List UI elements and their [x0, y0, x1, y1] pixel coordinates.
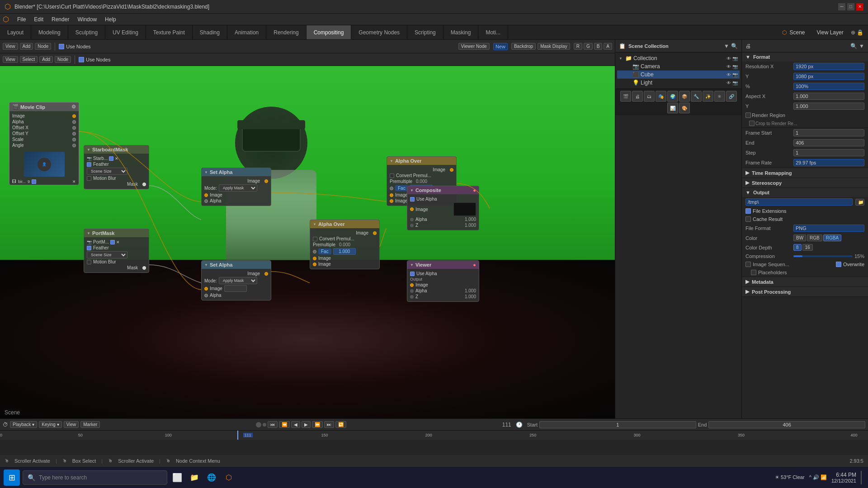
add-button[interactable]: Add — [20, 43, 33, 50]
movie-clip-node[interactable]: 🎬 Movie Clip ⚙ Image Alpha Offset X Offs… — [9, 102, 79, 185]
output-path-browse[interactable]: 📁 — [855, 199, 864, 206]
props-render-icon[interactable]: 🎬 — [620, 91, 631, 102]
cube-render-icon[interactable]: 📷 — [732, 72, 738, 77]
post-processing-header[interactable]: ▶ Post Processing — [742, 287, 868, 296]
image-seq-cb[interactable] — [745, 262, 751, 267]
menu-help[interactable]: Help — [101, 15, 120, 23]
blender-taskbar-icon[interactable]: ⬡ — [222, 470, 236, 485]
sb-scene-size-select[interactable]: Scene Size — [87, 168, 127, 175]
minimize-button[interactable]: ─ — [838, 3, 845, 10]
close-button[interactable]: ✕ — [856, 3, 863, 10]
file-explorer-icon[interactable]: 📁 — [187, 470, 202, 485]
aspect-x-value[interactable]: 1.000 — [793, 93, 864, 100]
pm-feather-cb[interactable] — [87, 246, 91, 250]
ao1-convert-cb[interactable] — [390, 174, 394, 178]
menu-window[interactable]: Window — [74, 15, 100, 23]
play-reverse-btn[interactable]: ◀ — [291, 421, 300, 428]
ao2-convert-cb[interactable] — [313, 237, 317, 241]
tab-masking[interactable]: Masking — [443, 25, 479, 39]
frame-start-value[interactable]: 1 — [793, 129, 864, 136]
keying-menu[interactable]: Keying ▾ — [39, 421, 61, 428]
search-bar[interactable]: 🔍 Type here to search — [23, 470, 167, 485]
playback-menu[interactable]: Playback ▾ — [10, 421, 37, 428]
render-region-cb[interactable] — [745, 113, 751, 118]
mask-display-button[interactable]: Mask Display — [538, 43, 570, 50]
view-button[interactable]: View — [3, 43, 18, 50]
mc-checkbox[interactable] — [32, 179, 36, 184]
props-particles-icon[interactable]: ✨ — [703, 91, 713, 102]
tab-texture-paint[interactable]: Texture Paint — [146, 25, 193, 39]
jump-end-btn[interactable]: ⏭ — [324, 421, 334, 428]
metadata-header[interactable]: ▶ Metadata — [742, 277, 868, 286]
tab-geometry-nodes[interactable]: Geometry Nodes — [351, 25, 407, 39]
props-material-icon[interactable]: 🎨 — [679, 103, 690, 113]
pm-enable-checkbox[interactable] — [110, 240, 115, 244]
view-alpha[interactable]: A — [604, 43, 612, 50]
aspect-y-value[interactable]: 1.000 — [793, 103, 864, 110]
backdrop-button[interactable]: Backdrop — [511, 43, 536, 50]
color-depth-8-btn[interactable]: 8 — [793, 244, 802, 251]
tab-modeling[interactable]: Modeling — [31, 25, 68, 39]
props-data-icon[interactable]: 📊 — [667, 103, 678, 113]
mc-close-icon[interactable]: ✕ — [72, 179, 76, 184]
res-x-value[interactable]: 1920 px — [793, 63, 864, 70]
time-remapping-header[interactable]: ▶ Time Remapping — [742, 168, 868, 178]
jump-start-btn[interactable]: ⏮ — [268, 421, 278, 428]
props-object-icon[interactable]: 📦 — [679, 91, 690, 102]
tree-cube[interactable]: ⬛ Cube 👁 📷 — [617, 70, 740, 79]
jump-fwd-btn[interactable]: ⏩ — [312, 421, 323, 428]
outliner-filter-icon[interactable]: ▼ — [724, 43, 729, 49]
view-menu[interactable]: View — [64, 421, 79, 428]
props-output-icon[interactable]: 🖨 — [632, 91, 643, 102]
cache-result-cb[interactable] — [745, 216, 751, 222]
props-scene-icon[interactable]: 🎭 — [656, 91, 666, 102]
ao2-fac-value[interactable]: 1.000 — [333, 248, 356, 255]
props-world-icon[interactable]: 🌍 — [667, 91, 678, 102]
props-search-icon[interactable]: 🔍 — [850, 43, 857, 49]
frame-end-value[interactable]: 406 — [793, 139, 864, 146]
set-alpha-1-node[interactable]: ▼ Set Alpha Image Mode: Apply Mask — [201, 168, 271, 206]
pm-motion-blur-cb[interactable] — [87, 260, 91, 264]
props-modifier-icon[interactable]: 🔧 — [691, 91, 702, 102]
cam-eye-icon[interactable]: 👁 — [726, 64, 731, 69]
viewer-node-selector[interactable]: Viewer Node — [458, 43, 490, 50]
marker-menu[interactable]: Marker — [80, 421, 100, 428]
starboard-mask-node[interactable]: ▼ StarboardMask 📷 Starb... ✕ Feather — [84, 145, 149, 189]
sa2-mode-select[interactable]: Apply Mask — [219, 277, 257, 284]
viewer-node[interactable]: ▼ Viewer ● Use Alpha Output Image — [407, 260, 479, 302]
jump-back-btn[interactable]: ⏪ — [279, 421, 290, 428]
props-view-layer-icon[interactable]: 🗂 — [644, 91, 655, 102]
props-constraint-icon[interactable]: 🔗 — [726, 91, 737, 102]
view-rgb-r[interactable]: R — [574, 43, 582, 50]
tab-rendering[interactable]: Rendering — [266, 25, 306, 39]
crop-render-cb[interactable] — [749, 121, 755, 126]
tab-layout[interactable]: Layout — [0, 25, 31, 39]
res-pct-value[interactable]: 100% — [793, 83, 864, 90]
node-view-button[interactable]: View — [3, 56, 18, 63]
edge-icon[interactable]: 🌐 — [204, 470, 219, 485]
comp-use-alpha-cb[interactable] — [410, 197, 415, 202]
pm-close[interactable]: ✕ — [116, 240, 120, 244]
tree-collection[interactable]: ▼ 📁 Collection 👁 📷 — [617, 54, 740, 62]
props-filter-icon[interactable]: ▼ — [859, 43, 864, 49]
tab-scripting[interactable]: Scripting — [407, 25, 443, 39]
col-eye-icon[interactable]: 👁 — [726, 56, 731, 61]
color-depth-16-btn[interactable]: 16 — [802, 244, 813, 251]
node-add-menu[interactable]: Add — [39, 56, 53, 63]
tab-shading[interactable]: Shading — [193, 25, 227, 39]
placeholders-cb[interactable] — [751, 270, 756, 275]
light-render-icon[interactable]: 📷 — [732, 80, 738, 85]
cam-render-icon[interactable]: 📷 — [732, 64, 738, 69]
res-y-value[interactable]: 1080 px — [793, 73, 864, 80]
start-button[interactable]: ⊞ — [4, 469, 20, 486]
tab-compositing[interactable]: Compositing — [307, 25, 352, 39]
color-bw-btn[interactable]: BW — [793, 235, 806, 241]
node-select-button[interactable]: Select — [20, 56, 38, 63]
tab-sculpting[interactable]: Sculpting — [68, 25, 105, 39]
node-button[interactable]: Node — [35, 43, 51, 50]
tab-animation[interactable]: Animation — [227, 25, 266, 39]
output-path-value[interactable]: /tmp\ — [745, 198, 853, 206]
sb-motion-blur-cb[interactable] — [87, 176, 91, 181]
output-header[interactable]: ▼ Output — [742, 188, 868, 197]
sb-enable-checkbox[interactable] — [109, 156, 113, 161]
